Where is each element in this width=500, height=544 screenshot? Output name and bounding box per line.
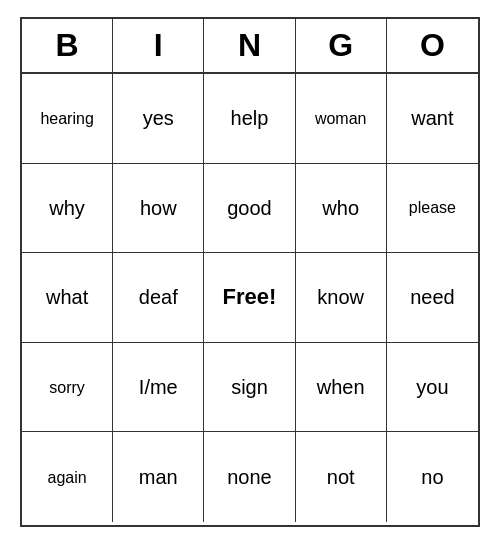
cell-3-2: sign: [204, 343, 295, 433]
cell-0-3: woman: [296, 74, 387, 164]
header-b: B: [22, 19, 113, 72]
cell-0-4: want: [387, 74, 478, 164]
cell-4-2: none: [204, 432, 295, 522]
cell-4-4: no: [387, 432, 478, 522]
cell-3-1: I/me: [113, 343, 204, 433]
bingo-header: B I N G O: [22, 19, 478, 74]
bingo-card: B I N G O hearing yes help woman want wh…: [20, 17, 480, 527]
cell-1-0: why: [22, 164, 113, 254]
cell-1-4: please: [387, 164, 478, 254]
cell-1-2: good: [204, 164, 295, 254]
cell-2-2: Free!: [204, 253, 295, 343]
cell-2-4: need: [387, 253, 478, 343]
cell-3-4: you: [387, 343, 478, 433]
header-o: O: [387, 19, 478, 72]
header-g: G: [296, 19, 387, 72]
cell-2-3: know: [296, 253, 387, 343]
cell-1-1: how: [113, 164, 204, 254]
cell-1-3: who: [296, 164, 387, 254]
bingo-grid: hearing yes help woman want why how good…: [22, 74, 478, 522]
cell-4-3: not: [296, 432, 387, 522]
header-n: N: [204, 19, 295, 72]
cell-3-0: sorry: [22, 343, 113, 433]
cell-4-1: man: [113, 432, 204, 522]
cell-0-2: help: [204, 74, 295, 164]
cell-0-1: yes: [113, 74, 204, 164]
cell-2-1: deaf: [113, 253, 204, 343]
header-i: I: [113, 19, 204, 72]
cell-4-0: again: [22, 432, 113, 522]
cell-2-0: what: [22, 253, 113, 343]
cell-3-3: when: [296, 343, 387, 433]
cell-0-0: hearing: [22, 74, 113, 164]
